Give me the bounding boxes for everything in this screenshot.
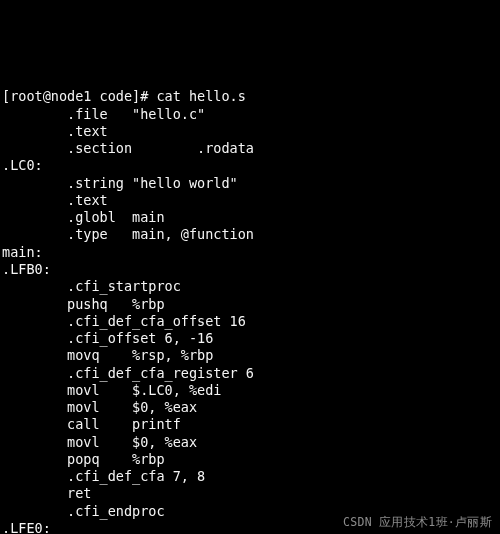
terminal-output: [root@node1 code]# cat hello.s .file "he… <box>2 71 496 534</box>
watermark: CSDN 应用技术1班·卢丽斯 <box>343 515 492 530</box>
assembly-source: .file "hello.c" .text .section .rodata .… <box>2 106 425 534</box>
shell-prompt: [root@node1 code]# cat hello.s <box>2 88 496 105</box>
